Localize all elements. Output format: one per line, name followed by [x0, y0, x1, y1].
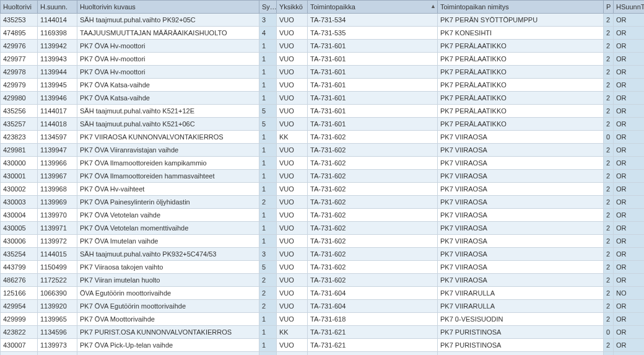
cell-yks[interactable]: VUO	[277, 248, 308, 261]
cell-tpi[interactable]: OR	[614, 209, 645, 222]
cell-tpi[interactable]: OR	[614, 248, 645, 261]
cell-huoltorivi[interactable]: 125166	[1, 287, 38, 300]
cell-tpi[interactable]: OR	[614, 14, 645, 27]
table-row[interactable]: 4299991139965PK7 ÖVA Moottorivaihde1VUOT…	[1, 313, 645, 326]
cell-yks[interactable]: VUO	[277, 40, 308, 53]
col-header-p[interactable]: P	[604, 1, 614, 14]
cell-tpi[interactable]: NO	[614, 287, 645, 300]
cell-hsuunn[interactable]: 1134596	[38, 326, 77, 339]
cell-sy[interactable]: 1	[259, 170, 277, 183]
cell-huoltorivi[interactable]: 430006	[1, 235, 38, 248]
cell-p[interactable]: 0	[604, 131, 614, 144]
cell-sy[interactable]: 1	[259, 144, 277, 157]
cell-tpi[interactable]: OR	[614, 53, 645, 66]
cell-paikka[interactable]: TA-731-604	[308, 287, 438, 300]
cell-paikka[interactable]: TA-731-601	[308, 118, 438, 131]
cell-kuvaus[interactable]: PK7 ÖVA Imutelan vaihde	[77, 235, 259, 248]
col-header-paikka[interactable]: Toimintopaikka▲	[308, 1, 438, 14]
cell-sy[interactable]: 1	[259, 92, 277, 105]
cell-tpi[interactable]: OR	[614, 326, 645, 339]
cell-yks[interactable]: VUO	[277, 261, 308, 274]
cell-p[interactable]: 2	[604, 352, 614, 356]
cell-sy[interactable]: 4	[259, 27, 277, 40]
cell-yks[interactable]: VUO	[277, 14, 308, 27]
cell-nimitys[interactable]: PK7 PERÄLAATIKKO	[438, 79, 604, 92]
cell-p[interactable]: 2	[604, 170, 614, 183]
cell-huoltorivi[interactable]: 435256	[1, 105, 38, 118]
cell-huoltorivi[interactable]: 429976	[1, 40, 38, 53]
cell-huoltorivi[interactable]: 430008	[1, 352, 38, 356]
cell-sy[interactable]: 1	[259, 79, 277, 92]
cell-nimitys[interactable]: PK7 VIIRAOSA	[438, 261, 604, 274]
col-header-huoltorivi[interactable]: Huoltorivi	[1, 1, 38, 14]
cell-nimitys[interactable]: PK7 VIIRAOSA	[438, 144, 604, 157]
cell-sy[interactable]: 2	[259, 287, 277, 300]
cell-hsuunn[interactable]: 1139965	[38, 313, 77, 326]
cell-huoltorivi[interactable]: 423822	[1, 326, 38, 339]
cell-nimitys[interactable]: PK7 PERÄN SYÖTTÖPUMPPU	[438, 14, 604, 27]
cell-sy[interactable]: 1	[259, 326, 277, 339]
table-row[interactable]: 4299801139946PK7 ÖVA Katsa-vaihde1VUOTA-…	[1, 92, 645, 105]
cell-yks[interactable]: VUO	[277, 209, 308, 222]
cell-yks[interactable]: VUO	[277, 157, 308, 170]
cell-hsuunn[interactable]: 1139971	[38, 222, 77, 235]
table-row[interactable]: 4300051139971PK7 ÖVA Vetotelan momenttiv…	[1, 222, 645, 235]
cell-yks[interactable]: VUO	[277, 222, 308, 235]
table-row[interactable]: 4238221134596PK7 PURIST.OSA KUNNONVALVON…	[1, 326, 645, 339]
cell-sy[interactable]: 1	[259, 209, 277, 222]
cell-huoltorivi[interactable]: 429980	[1, 92, 38, 105]
cell-sy[interactable]: 1	[259, 66, 277, 79]
cell-huoltorivi[interactable]: 430001	[1, 170, 38, 183]
cell-paikka[interactable]: TA-731-621	[308, 326, 438, 339]
cell-kuvaus[interactable]: PK7 ÖVA Katsa-vaihde	[77, 92, 259, 105]
table-row[interactable]: 4437991150499PK7 Viiraosa takojen vaihto…	[1, 261, 645, 274]
cell-hsuunn[interactable]: 1144014	[38, 14, 77, 27]
cell-yks[interactable]: VUO	[277, 352, 308, 356]
maintenance-table[interactable]: Huoltorivi H.suunn. Huoltorivin kuvaus S…	[0, 0, 644, 355]
cell-yks[interactable]: VUO	[277, 27, 308, 40]
table-row[interactable]: 4300011139967PK7 ÖVA Ilmamoottoreiden ha…	[1, 170, 645, 183]
cell-hsuunn[interactable]: 1139968	[38, 183, 77, 196]
cell-sy[interactable]: 5	[259, 118, 277, 131]
col-header-tpi[interactable]: HSuunnTpi	[614, 1, 645, 14]
cell-nimitys[interactable]: PK7 PURISTINOSA	[438, 326, 604, 339]
cell-yks[interactable]: VUO	[277, 235, 308, 248]
table-row[interactable]: 4862761172522PK7 Viiran imutelan huolto2…	[1, 274, 645, 287]
col-header-yks[interactable]: Yksikkö	[277, 1, 308, 14]
cell-tpi[interactable]: OR	[614, 27, 645, 40]
cell-p[interactable]: 2	[604, 14, 614, 27]
col-header-nimitys[interactable]: Toimintopaikan nimitys	[438, 1, 604, 14]
cell-yks[interactable]: VUO	[277, 300, 308, 313]
cell-hsuunn[interactable]: 1139945	[38, 79, 77, 92]
cell-hsuunn[interactable]: 1134597	[38, 131, 77, 144]
table-row[interactable]: 4300081139974PK7 ÖVA Puristimen alatelan…	[1, 352, 645, 356]
cell-kuvaus[interactable]: PK7 ÖVA Hv-moottori	[77, 40, 259, 53]
cell-huoltorivi[interactable]: 423823	[1, 131, 38, 144]
cell-tpi[interactable]: OR	[614, 144, 645, 157]
cell-tpi[interactable]: OR	[614, 170, 645, 183]
cell-kuvaus[interactable]: PK7 Viiraosa takojen vaihto	[77, 261, 259, 274]
cell-p[interactable]: 2	[604, 209, 614, 222]
table-row[interactable]: 4300071139973PK7 ÖVA Pick-Up-telan vaihd…	[1, 339, 645, 352]
cell-sy[interactable]: 1	[259, 222, 277, 235]
cell-paikka[interactable]: TA-731-604	[308, 300, 438, 313]
table-row[interactable]: 4300021139968PK7 ÖVA Hv-vaihteet1VUOTA-7…	[1, 183, 645, 196]
cell-kuvaus[interactable]: TAAJUUSMUUTTAJAN MÄÄRÄAIKAISHUOLTO	[77, 27, 259, 40]
cell-yks[interactable]: VUO	[277, 92, 308, 105]
cell-kuvaus[interactable]: PK7 ÖVA Pick-Up-telan vaihde	[77, 339, 259, 352]
cell-kuvaus[interactable]: PK7 ÖVA Moottorivaihde	[77, 313, 259, 326]
cell-hsuunn[interactable]: 1139972	[38, 235, 77, 248]
cell-nimitys[interactable]: PK7 0-VESISUODIN	[438, 313, 604, 326]
cell-paikka[interactable]: TA-731-602	[308, 235, 438, 248]
table-row[interactable]: 4299811139947PK7 ÖVA Viiranravistajan va…	[1, 144, 645, 157]
cell-paikka[interactable]: TA-731-534	[308, 14, 438, 27]
cell-hsuunn[interactable]: 1172522	[38, 274, 77, 287]
cell-tpi[interactable]: OR	[614, 183, 645, 196]
cell-tpi[interactable]: OR	[614, 92, 645, 105]
cell-huoltorivi[interactable]: 430005	[1, 222, 38, 235]
cell-kuvaus[interactable]: PK7 ÖVA Ilmamoottoreiden hammasvaihteet	[77, 170, 259, 183]
cell-kuvaus[interactable]: PK7 ÖVA Hv-moottori	[77, 66, 259, 79]
cell-hsuunn[interactable]: 1139967	[38, 170, 77, 183]
cell-yks[interactable]: VUO	[277, 53, 308, 66]
cell-p[interactable]: 2	[604, 144, 614, 157]
